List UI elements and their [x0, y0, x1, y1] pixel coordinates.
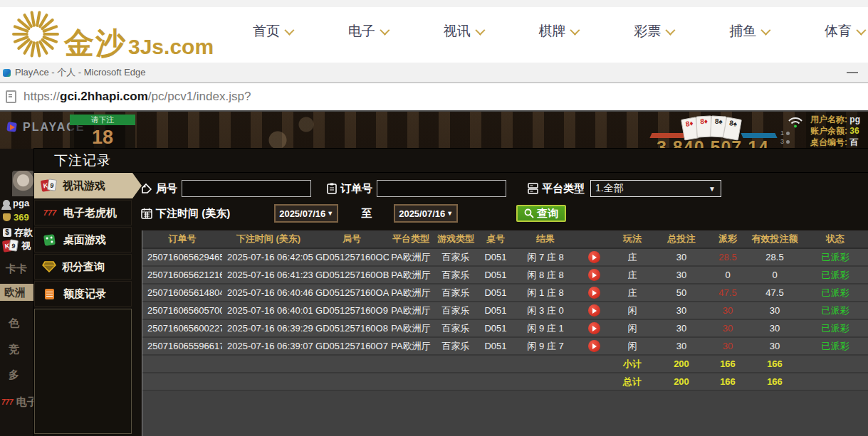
modal-title: 下注记录	[54, 151, 111, 170]
cell-total-bet: 50	[655, 284, 708, 302]
nav-item-lottery[interactable]: 彩票	[634, 22, 673, 41]
col-result: 结果	[513, 230, 578, 248]
order-no-input[interactable]	[377, 180, 506, 197]
replay-button[interactable]	[588, 322, 600, 334]
play-icon	[592, 344, 597, 349]
address-bar[interactable]: https://gci.2hhapi.com/pc/pcv1/index.jsp…	[0, 83, 868, 111]
menu-item-kaka[interactable]: 卡卡	[6, 262, 27, 276]
search-button[interactable]: 查询	[516, 205, 566, 222]
account-username: pga	[3, 198, 29, 208]
tab-table-games[interactable]: 桌面游戏	[34, 227, 132, 252]
nav-item-slots[interactable]: 电子	[348, 22, 387, 41]
platform-type-label-group: 平台类型	[528, 182, 585, 196]
replay-button[interactable]	[588, 304, 600, 317]
menu-item-europe-active[interactable]: 欧洲	[0, 284, 34, 301]
cell-result: 闲 7 庄 8	[513, 248, 578, 266]
menu-item-duo[interactable]: 多	[9, 368, 19, 382]
replay-button[interactable]	[588, 340, 600, 352]
col-game-type: 游戏类型	[433, 230, 479, 248]
site-logo[interactable]: 金沙 3Js.com	[11, 10, 214, 58]
menu-label: 多	[9, 368, 19, 382]
menu-item-jing[interactable]: 竞	[9, 343, 19, 356]
replay-button[interactable]	[588, 287, 600, 299]
bet-records-table: 订单号 下注时间 (美东) 局号 平台类型 游戏类型 桌号 结果 玩法 总投注	[142, 230, 868, 391]
chevron-down-icon	[284, 26, 294, 36]
table-number-value: 百	[849, 137, 858, 147]
cell-game-type: 百家乐	[433, 319, 479, 337]
cell-table-no: D051	[479, 266, 513, 284]
col-status: 状态	[802, 230, 868, 248]
cell-status: 已派彩	[802, 266, 868, 284]
minimize-button[interactable]	[847, 72, 858, 73]
col-round-no: 局号	[315, 230, 389, 248]
cell-total-bet: 30	[655, 319, 708, 337]
total-payout: 166	[708, 373, 748, 390]
round-no-label-group: 局号	[141, 182, 177, 196]
card-9: 9	[47, 179, 57, 191]
cell-table-no: D051	[479, 248, 513, 266]
order-no-label: 订单号	[340, 182, 372, 196]
cell-order-no: 250716065596617	[142, 337, 222, 355]
tab-video-games[interactable]: K9 视讯游戏	[34, 173, 142, 198]
tab-quota-records[interactable]: 额度记录	[34, 281, 132, 307]
clipboard-icon	[327, 183, 337, 194]
cell-status: 已派彩	[802, 302, 868, 319]
account-info-panel: 用户名称: pg 账户余额: 36 桌台编号: 百	[806, 112, 868, 149]
cell-valid-bet: 28.5	[748, 248, 802, 266]
cell-payout: 30	[708, 302, 748, 319]
play-icon	[592, 326, 597, 331]
col-replay	[578, 230, 610, 248]
main-nav: 首页 电子 视讯 棋牌 彩票 捕鱼 体育	[253, 0, 864, 63]
cell-bet-time: 2025-07-16 06:42:05	[222, 248, 315, 266]
nav-item-fishing[interactable]: 捕鱼	[729, 22, 768, 41]
nav-label: 棋牌	[538, 22, 565, 41]
chevron-down-icon	[380, 26, 389, 36]
cell-platform: PA欧洲厅	[389, 319, 433, 337]
menu-item-slots[interactable]: 777电子	[1, 395, 34, 409]
tab-slot-machines[interactable]: 777 电子老虎机	[34, 200, 132, 225]
menu-label: 视	[21, 240, 31, 252]
play-icon	[592, 308, 597, 314]
cell-replay	[578, 284, 610, 302]
col-total-bet: 总投注	[655, 230, 708, 248]
nav-item-boardgames[interactable]: 棋牌	[538, 22, 577, 41]
menu-item-se[interactable]: 色	[9, 317, 19, 330]
nav-item-sports[interactable]: 体育	[825, 22, 864, 41]
cell-valid-bet: 47.5	[748, 284, 802, 302]
bet-prompt: 请下注	[70, 115, 135, 125]
replay-button[interactable]	[588, 269, 600, 281]
nav-item-home[interactable]: 首页	[253, 22, 292, 41]
menu-item-video[interactable]: K9 视	[3, 240, 31, 252]
cell-replay	[578, 266, 610, 284]
cell-play: 闲	[610, 337, 655, 355]
cell-valid-bet: 30	[748, 319, 802, 337]
chevron-down-icon	[475, 26, 485, 36]
countdown-timer: 18	[70, 125, 135, 149]
cell-replay	[578, 337, 610, 355]
cell-bet-time: 2025-07-16 06:40:46	[222, 284, 315, 302]
deposit-button[interactable]: $存款	[3, 226, 33, 239]
cell-total-bet: 30	[655, 337, 708, 355]
col-valid-bet: 有效投注额	[748, 230, 802, 248]
sidebar-empty-panel	[34, 309, 132, 434]
platform-type-select[interactable]: 1.全部 ▼	[590, 180, 721, 197]
col-bet-time: 下注时间 (美东)	[222, 230, 315, 248]
cell-payout: 30	[708, 337, 748, 355]
document-icon	[45, 289, 54, 299]
cell-round-no: GD051257160O7	[315, 337, 389, 355]
total-valid-bet: 166	[748, 373, 802, 390]
subtotal-total-bet: 200	[655, 355, 708, 373]
replay-button[interactable]	[588, 251, 600, 263]
nav-item-live[interactable]: 视讯	[444, 22, 483, 41]
tab-points-query[interactable]: 积分查询	[34, 254, 132, 280]
tag-icon	[141, 183, 152, 194]
cell-status: 已派彩	[802, 248, 868, 266]
sun-logo-icon	[11, 10, 60, 58]
round-no-input[interactable]	[182, 180, 311, 197]
dollar-icon: $	[3, 228, 11, 237]
date-from-picker[interactable]: 2025/07/16 ▼	[274, 204, 338, 223]
dealt-cards: 8♦ 8♦ 8♠ 8♠	[684, 116, 741, 137]
tab-label: 桌面游戏	[63, 233, 106, 247]
cell-play: 庄	[610, 284, 655, 302]
date-to-picker[interactable]: 2025/07/16 ▼	[394, 204, 458, 223]
